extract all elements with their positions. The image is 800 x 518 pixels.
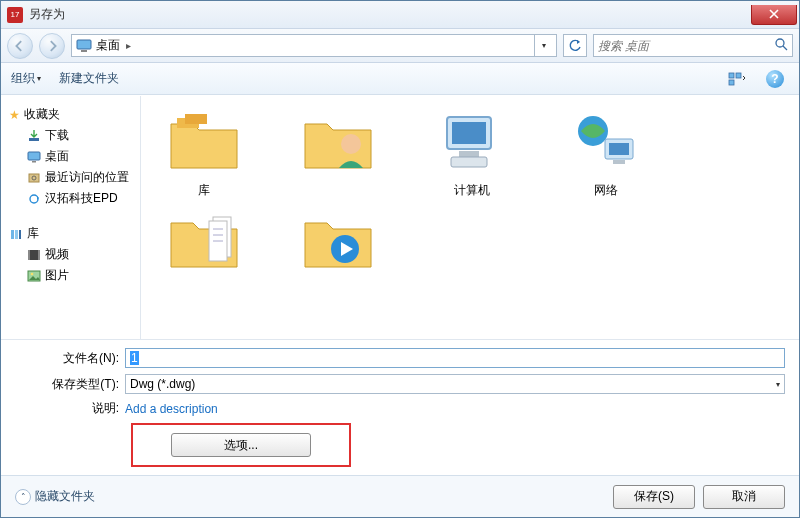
back-button[interactable]	[7, 33, 33, 59]
chevron-up-icon: ˄	[15, 489, 31, 505]
sidebar-item-desktop[interactable]: 桌面	[5, 146, 136, 167]
savetype-select[interactable]: Dwg (*.dwg) ▾	[125, 374, 785, 394]
picture-icon	[27, 270, 41, 282]
description-link[interactable]: Add a description	[125, 402, 218, 416]
form-area: 文件名(N): 1 保存类型(T): Dwg (*.dwg) ▾ 说明: Add…	[1, 339, 799, 475]
refresh-icon	[568, 39, 582, 53]
list-item[interactable]: 网络	[551, 106, 661, 199]
user-folder-icon	[298, 106, 378, 178]
chevron-down-icon: ▾	[776, 380, 780, 389]
new-folder-label: 新建文件夹	[59, 70, 119, 87]
network-icon	[566, 106, 646, 178]
nav-bar: 桌面 ▸ ▾	[1, 29, 799, 63]
svg-point-22	[341, 134, 361, 154]
sidebar-favorites-header[interactable]: ★ 收藏夹	[5, 104, 136, 125]
file-list[interactable]: 库 计算机 网络	[141, 96, 799, 339]
refresh-button[interactable]	[563, 34, 587, 57]
hide-folders-toggle[interactable]: ˄ 隐藏文件夹	[15, 488, 95, 505]
computer-icon	[432, 106, 512, 178]
sidebar-item-label: 汉拓科技EPD	[45, 190, 118, 207]
list-item[interactable]	[283, 106, 393, 199]
svg-rect-10	[29, 174, 39, 182]
sidebar-item-videos[interactable]: 视频	[5, 244, 136, 265]
sidebar-libraries-header[interactable]: 库	[5, 223, 136, 244]
view-icon	[728, 72, 746, 86]
list-item[interactable]: 计算机	[417, 106, 527, 199]
list-item[interactable]	[283, 205, 393, 281]
window-title: 另存为	[29, 6, 65, 23]
sidebar-item-pictures[interactable]: 图片	[5, 265, 136, 286]
view-mode-button[interactable]	[723, 68, 751, 90]
saveas-dialog: 17 另存为 桌面 ▸ ▾	[0, 0, 800, 518]
svg-rect-7	[29, 138, 39, 141]
svg-rect-17	[38, 250, 40, 260]
svg-point-2	[776, 39, 784, 47]
item-label: 网络	[594, 182, 618, 199]
video-icon	[27, 249, 41, 261]
sidebar-item-epd[interactable]: 汉拓科技EPD	[5, 188, 136, 209]
help-button[interactable]: ?	[761, 68, 789, 90]
svg-rect-14	[19, 230, 21, 239]
toolbar: 组织 ▾ 新建文件夹 ?	[1, 63, 799, 95]
close-button[interactable]	[751, 5, 797, 25]
cancel-button[interactable]: 取消	[703, 485, 785, 509]
new-folder-button[interactable]: 新建文件夹	[59, 70, 119, 87]
libraries-folder-icon	[164, 106, 244, 178]
filename-input[interactable]: 1	[125, 348, 785, 368]
folder-media-icon	[298, 205, 378, 277]
svg-rect-30	[613, 160, 625, 164]
search-icon	[774, 37, 788, 55]
svg-rect-9	[32, 161, 36, 163]
svg-rect-26	[451, 157, 487, 167]
svg-rect-8	[28, 152, 40, 160]
search-box[interactable]	[593, 34, 793, 57]
svg-rect-25	[459, 151, 479, 157]
sidebar-item-recent[interactable]: 最近访问的位置	[5, 167, 136, 188]
svg-rect-24	[452, 122, 486, 144]
save-button[interactable]: 保存(S)	[613, 485, 695, 509]
svg-rect-12	[11, 230, 14, 239]
filename-label: 文件名(N):	[15, 350, 125, 367]
list-item[interactable]: 库	[149, 106, 259, 199]
sidebar-item-label: 视频	[45, 246, 69, 263]
svg-rect-29	[609, 143, 629, 155]
item-label: 库	[198, 182, 210, 199]
svg-rect-6	[729, 80, 734, 85]
breadcrumb-arrow-icon: ▸	[124, 40, 133, 51]
description-label: 说明:	[15, 400, 125, 417]
savetype-value: Dwg (*.dwg)	[130, 377, 776, 391]
savetype-label: 保存类型(T):	[15, 376, 125, 393]
sidebar-item-downloads[interactable]: 下载	[5, 125, 136, 146]
organize-label: 组织	[11, 70, 35, 87]
breadcrumb[interactable]: 桌面 ▸ ▾	[71, 34, 557, 57]
sidebar-favorites-label: 收藏夹	[24, 106, 60, 123]
svg-rect-16	[28, 250, 30, 260]
svg-rect-1	[81, 50, 87, 52]
search-input[interactable]	[598, 39, 774, 53]
hide-folders-label: 隐藏文件夹	[35, 488, 95, 505]
svg-rect-21	[185, 114, 207, 124]
list-item[interactable]	[149, 205, 259, 281]
organize-menu[interactable]: 组织 ▾	[11, 70, 41, 87]
breadcrumb-location: 桌面	[96, 37, 120, 54]
sidebar: ★ 收藏夹 下载 桌面 最近访问的位置 汉拓科技EPD	[1, 96, 141, 339]
sidebar-item-label: 下载	[45, 127, 69, 144]
options-button[interactable]: 选项...	[171, 433, 311, 457]
sidebar-libraries-label: 库	[27, 225, 39, 242]
sync-icon	[27, 192, 41, 206]
desktop-icon	[27, 151, 41, 163]
svg-rect-5	[736, 73, 741, 78]
forward-button[interactable]	[39, 33, 65, 59]
sidebar-item-label: 图片	[45, 267, 69, 284]
chevron-down-icon: ▾	[542, 41, 546, 50]
svg-rect-4	[729, 73, 734, 78]
download-icon	[27, 129, 41, 143]
library-icon	[9, 227, 23, 241]
close-icon	[769, 9, 779, 19]
chevron-down-icon: ▾	[37, 74, 41, 83]
filename-value: 1	[130, 351, 139, 365]
breadcrumb-dropdown[interactable]: ▾	[534, 34, 552, 57]
svg-rect-13	[15, 230, 18, 239]
svg-point-19	[31, 272, 34, 275]
back-arrow-icon	[14, 40, 26, 52]
